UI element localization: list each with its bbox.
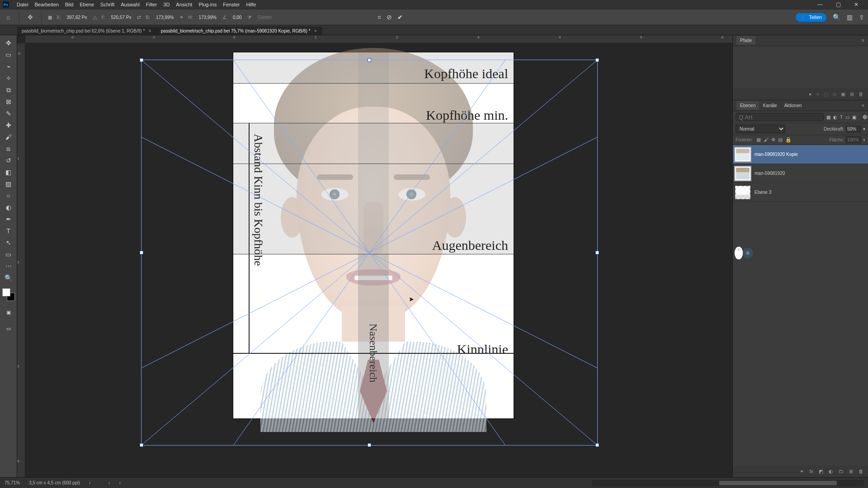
menu-datei[interactable]: Datei xyxy=(14,1,32,8)
transform-handle[interactable] xyxy=(595,251,599,254)
blur-tool[interactable]: ○ xyxy=(2,190,15,201)
close-icon[interactable]: × xyxy=(314,28,317,33)
menu-ansicht[interactable]: Ansicht xyxy=(173,1,195,8)
layer-thumbnail[interactable] xyxy=(735,185,751,200)
link-wh-icon[interactable]: ⚭ xyxy=(179,14,184,20)
menu-bild[interactable]: Bild xyxy=(62,1,76,8)
pen-tool[interactable]: ✒ xyxy=(2,214,15,225)
layer-filter-input[interactable] xyxy=(736,113,824,121)
link-layers-icon[interactable]: ⚭ xyxy=(800,469,804,474)
glatten-label[interactable]: Glätten xyxy=(256,14,273,20)
menu-schrift[interactable]: Schrift xyxy=(97,1,118,8)
transform-handle[interactable] xyxy=(595,58,599,62)
ruler-vertical[interactable]: 0 1 2 3 4 xyxy=(17,43,25,477)
layer-name[interactable]: man-59081920 xyxy=(755,171,785,176)
menu-hilfe[interactable]: Hilfe xyxy=(243,1,259,8)
window-close-button[interactable]: ✕ xyxy=(847,0,865,9)
panel-menu-icon[interactable]: ≡ xyxy=(858,38,868,43)
group-icon[interactable]: 🗀 xyxy=(839,469,844,474)
magic-wand-tool[interactable]: ✧ xyxy=(2,73,15,84)
healing-brush-tool[interactable]: ✚ xyxy=(2,120,15,131)
lock-position-icon[interactable]: ✥ xyxy=(771,137,775,143)
eyedropper-tool[interactable]: ✎ xyxy=(2,108,15,119)
menu-ebene[interactable]: Ebene xyxy=(76,1,97,8)
fill-input[interactable] xyxy=(846,136,861,143)
transform-handle[interactable] xyxy=(140,251,143,254)
transform-handle[interactable] xyxy=(368,443,371,447)
mask-icon[interactable]: ▣ xyxy=(841,91,845,97)
panel-menu-icon[interactable]: ≡ xyxy=(858,103,868,108)
filter-type-icon[interactable]: T xyxy=(840,115,843,120)
lock-artboard-icon[interactable]: ▤ xyxy=(778,137,783,143)
filter-smart-icon[interactable]: ▣ xyxy=(852,115,856,120)
more-tools[interactable]: ⋯ xyxy=(2,261,15,272)
ruler-horizontal[interactable]: -2 -1 0 1 2 3 4 5 6 xyxy=(25,35,732,43)
clone-stamp-tool[interactable]: ⧇ xyxy=(2,143,15,154)
lock-transparency-icon[interactable]: ▦ xyxy=(756,137,761,143)
window-minimize-button[interactable]: — xyxy=(811,0,829,9)
new-path-icon[interactable]: ⊞ xyxy=(850,91,854,97)
layer-name[interactable]: Ebene 3 xyxy=(755,190,771,195)
share-button[interactable]: 👤 Teilen xyxy=(796,13,826,22)
search-icon[interactable]: 🔍 xyxy=(833,14,840,21)
marquee-tool[interactable]: ▭ xyxy=(2,49,15,60)
quick-mask-icon[interactable]: ▣ xyxy=(2,307,15,317)
layer-name[interactable]: man-59081920 Kopie xyxy=(755,152,798,157)
document-tab[interactable]: passbild_biometrisch_chip.psd bei 62,6% … xyxy=(17,27,156,35)
dodge-tool[interactable]: ◐ xyxy=(2,202,15,213)
layer-mask-icon[interactable]: ◩ xyxy=(819,469,823,474)
w-value[interactable]: 173,99% xyxy=(155,14,175,20)
path-from-selection-icon[interactable]: ◇ xyxy=(833,91,836,97)
filter-toggle[interactable] xyxy=(862,114,865,120)
warp-icon[interactable]: ⌗ xyxy=(377,14,381,21)
nav-prev-icon[interactable]: ‹ xyxy=(108,480,110,485)
commit-transform-icon[interactable]: ✔ xyxy=(397,14,403,21)
layer-thumbnail[interactable] xyxy=(735,147,751,162)
blend-mode-select[interactable]: Normal xyxy=(736,125,785,133)
screen-mode-icon[interactable]: ▭ xyxy=(2,324,15,333)
menu-plugins[interactable]: Plug-ins xyxy=(195,1,220,8)
path-select-tool[interactable]: ↖ xyxy=(2,237,15,248)
tab-ebenen[interactable]: Ebenen xyxy=(736,101,759,110)
zoom-level[interactable]: 75,71% xyxy=(5,480,20,485)
filter-shape-icon[interactable]: ▭ xyxy=(845,115,849,120)
document-dimensions[interactable]: 3,5 cm x 4,5 cm (600 ppi) xyxy=(29,480,80,485)
workspace-icon[interactable]: ▥ xyxy=(847,14,853,21)
brush-tool[interactable]: 🖌 xyxy=(2,131,15,142)
reference-point-icon[interactable]: ▦ xyxy=(48,15,52,20)
angle-value[interactable]: 0,00 xyxy=(231,14,243,20)
home-icon[interactable]: ⌂ xyxy=(4,13,13,22)
tab-kanale[interactable]: Kanäle xyxy=(759,101,780,110)
filter-adjust-icon[interactable]: ◐ xyxy=(833,115,837,120)
menu-bearbeiten[interactable]: Bearbeiten xyxy=(32,1,62,8)
export-icon[interactable]: ⇪ xyxy=(859,14,864,21)
layer-row[interactable]: 👁 Ebene 3 xyxy=(733,183,868,202)
shape-tool[interactable]: ▭ xyxy=(2,249,15,260)
hand-zoom-tool[interactable]: 🔍 xyxy=(2,272,15,283)
dropdown-icon[interactable]: ▾ xyxy=(863,127,865,131)
layer-row[interactable]: 👁 man-59081920 xyxy=(733,164,868,183)
cancel-transform-icon[interactable]: ⊘ xyxy=(387,14,392,21)
close-icon[interactable]: × xyxy=(148,28,151,33)
eraser-tool[interactable]: ◧ xyxy=(2,167,15,178)
crop-tool[interactable]: ⧉ xyxy=(2,84,15,95)
new-layer-icon[interactable]: ⊞ xyxy=(849,469,853,474)
horizontal-scrollbar[interactable] xyxy=(592,480,863,486)
skew-icon[interactable]: ⧩ xyxy=(247,14,251,20)
stroke-path-icon[interactable]: ○ xyxy=(816,91,819,97)
transform-handle[interactable] xyxy=(140,58,143,62)
dropdown-icon[interactable]: ▾ xyxy=(863,137,865,142)
color-swatches[interactable] xyxy=(2,288,15,301)
transform-tool-icon[interactable]: ✥ xyxy=(26,13,35,22)
canvas-viewport[interactable]: Kopfhöhe ideal Kopfhöhe min. Augenbereic… xyxy=(25,43,732,477)
type-tool[interactable]: T xyxy=(2,225,15,236)
move-tool[interactable]: ✥ xyxy=(2,38,15,48)
tab-aktionen[interactable]: Aktionen xyxy=(781,101,806,110)
menu-fenster[interactable]: Fenster xyxy=(220,1,243,8)
visibility-toggle-icon[interactable]: 👁 xyxy=(735,247,743,259)
filter-pixel-icon[interactable]: ▦ xyxy=(826,115,830,120)
document-tab[interactable]: passbild_biometrisch_chip.psd bei 75,7% … xyxy=(156,27,322,35)
menu-auswahl[interactable]: Auswahl xyxy=(118,1,143,8)
opacity-input[interactable] xyxy=(846,126,861,132)
selection-from-path-icon[interactable]: ◌ xyxy=(824,91,828,97)
